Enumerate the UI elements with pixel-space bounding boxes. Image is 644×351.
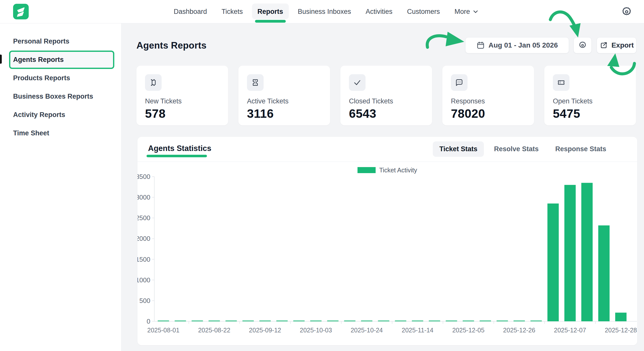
svg-text:2025-08-01: 2025-08-01 xyxy=(147,327,180,334)
sidebar-item-activity-reports[interactable]: Activity Reports xyxy=(0,106,121,124)
svg-text:2025-12-05: 2025-12-05 xyxy=(452,327,484,334)
report-settings-button[interactable] xyxy=(574,37,592,53)
page-title: Agents Reports xyxy=(136,40,206,51)
ticket-stub-icon xyxy=(247,74,264,91)
divider xyxy=(137,162,637,162)
stats-tabs: Ticket Stats Resolve Stats Response Stat… xyxy=(433,141,613,157)
svg-text:3500: 3500 xyxy=(137,173,150,180)
reports-sidebar: Personal Reports Agents Reports Products… xyxy=(0,23,122,351)
stat-value: 5475 xyxy=(553,107,627,121)
stat-value: 3116 xyxy=(247,107,321,121)
svg-text:2025-11-14: 2025-11-14 xyxy=(402,327,433,334)
ticket-icon xyxy=(145,74,162,91)
stat-cards-row: New Tickets 578 Active Tickets 3116 Clos… xyxy=(136,66,636,125)
top-nav: Dashboard Tickets Reports Business Inbox… xyxy=(0,0,644,23)
nav-item-label: Reports xyxy=(258,8,283,16)
nav-item-customers[interactable]: Customers xyxy=(402,0,446,23)
svg-text:2025-12-26: 2025-12-26 xyxy=(503,327,535,334)
comment-dots-icon xyxy=(451,74,468,91)
nav-item-business-inboxes[interactable]: Business Inboxes xyxy=(292,0,357,23)
active-nav-underline xyxy=(255,20,286,23)
ticket-horizontal-icon xyxy=(553,74,569,91)
nav-item-label: Dashboard xyxy=(174,8,207,16)
active-section-underline xyxy=(147,155,207,157)
sidebar-item-time-sheet[interactable]: Time Sheet xyxy=(0,124,121,142)
check-icon xyxy=(349,74,366,91)
svg-text:2025-10-03: 2025-10-03 xyxy=(300,327,332,334)
tab-response-stats[interactable]: Response Stats xyxy=(549,141,613,157)
agents-statistics-card: Agents Statistics Ticket Stats Resolve S… xyxy=(137,137,637,345)
svg-text:1500: 1500 xyxy=(137,256,150,263)
stat-label: New Tickets xyxy=(145,97,220,105)
nav-item-more[interactable]: More xyxy=(449,0,484,23)
stat-card-new-tickets: New Tickets 578 xyxy=(136,66,228,125)
global-settings-gear-icon[interactable] xyxy=(620,6,633,18)
date-range-picker[interactable]: Aug 01 - Jan 05 2026 xyxy=(465,37,569,53)
stat-value: 78020 xyxy=(451,107,525,121)
agents-reports-page: Dashboard Tickets Reports Business Inbox… xyxy=(0,0,644,351)
nav-item-dashboard[interactable]: Dashboard xyxy=(168,0,212,23)
svg-text:500: 500 xyxy=(139,297,150,304)
main-nav-menu: Dashboard Tickets Reports Business Inbox… xyxy=(168,0,484,23)
svg-text:2500: 2500 xyxy=(137,214,150,222)
svg-text:2000: 2000 xyxy=(137,235,150,242)
sidebar-list: Personal Reports Agents Reports Products… xyxy=(0,32,121,142)
ticket-activity-bar-chart[interactable]: 05001000150020002500300035002025-08-0120… xyxy=(137,165,637,345)
export-button[interactable]: Export xyxy=(597,37,636,53)
stat-label: Closed Tickets xyxy=(349,97,423,105)
nav-item-label: More xyxy=(454,8,470,16)
sidebar-item-business-boxes-reports[interactable]: Business Boxes Reports xyxy=(0,87,121,106)
stat-label: Responses xyxy=(451,97,525,105)
svg-text:0: 0 xyxy=(147,318,150,325)
arrow-to-date-picker xyxy=(427,32,464,47)
nav-item-label: Tickets xyxy=(222,8,243,16)
svg-text:2025-10-24: 2025-10-24 xyxy=(351,327,383,334)
gear-icon xyxy=(578,41,587,50)
tab-ticket-stats[interactable]: Ticket Stats xyxy=(433,141,484,157)
stat-card-active-tickets: Active Tickets 3116 xyxy=(238,66,330,125)
stat-label: Open Tickets xyxy=(553,97,627,105)
nav-item-activities[interactable]: Activities xyxy=(360,0,398,23)
stat-card-responses: Responses 78020 xyxy=(442,66,534,125)
svg-text:1000: 1000 xyxy=(137,276,150,284)
sidebar-item-products-reports[interactable]: Products Reports xyxy=(0,69,121,87)
stat-card-open-tickets: Open Tickets 5475 xyxy=(544,66,636,125)
nav-item-tickets[interactable]: Tickets xyxy=(216,0,248,23)
chevron-down-icon xyxy=(473,9,479,15)
svg-text:2025-12-07: 2025-12-07 xyxy=(554,327,586,334)
stat-label: Active Tickets xyxy=(247,97,321,105)
export-label: Export xyxy=(612,41,634,49)
stat-card-closed-tickets: Closed Tickets 6543 xyxy=(340,66,432,125)
nav-item-label: Business Inboxes xyxy=(298,8,351,16)
sidebar-item-personal-reports[interactable]: Personal Reports xyxy=(0,32,121,51)
tab-resolve-stats[interactable]: Resolve Stats xyxy=(487,141,545,157)
svg-text:2025-12-28: 2025-12-28 xyxy=(605,327,637,334)
stat-value: 6543 xyxy=(349,107,423,121)
calendar-icon xyxy=(476,41,485,50)
svg-text:2025-08-22: 2025-08-22 xyxy=(198,327,230,334)
nav-item-label: Customers xyxy=(407,8,440,16)
fluent-support-logo-icon[interactable] xyxy=(13,4,29,19)
sidebar-item-agents-reports[interactable]: Agents Reports xyxy=(9,51,114,69)
export-icon xyxy=(599,41,608,50)
date-range-value: Aug 01 - Jan 05 2026 xyxy=(488,41,558,49)
svg-text:3000: 3000 xyxy=(137,193,150,201)
stat-value: 578 xyxy=(145,107,220,121)
svg-text:2025-09-12: 2025-09-12 xyxy=(249,327,281,334)
nav-item-reports[interactable]: Reports xyxy=(252,0,289,23)
nav-item-label: Activities xyxy=(366,8,392,16)
agents-statistics-title: Agents Statistics xyxy=(148,144,211,153)
